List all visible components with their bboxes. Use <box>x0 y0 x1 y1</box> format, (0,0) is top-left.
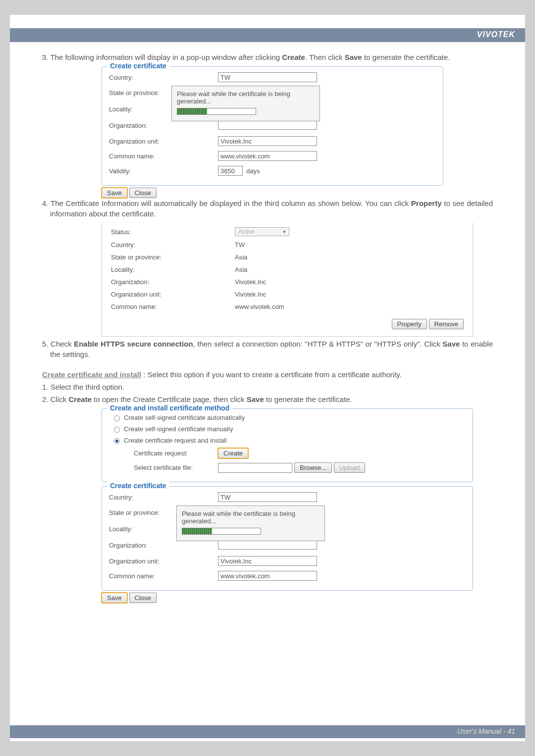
create-certificate-panel-2: Create certificate Country:TW State or p… <box>102 486 473 591</box>
create-certificate-panel-1: Create certificate Country:TW State or p… <box>102 66 443 186</box>
step-b-mid: to open the Create Certificate page, the… <box>92 395 247 403</box>
cci-text: : Select this option if you want to crea… <box>141 370 402 379</box>
step3-num: 3. <box>42 53 49 61</box>
step-b-num: 2. <box>42 395 49 403</box>
step5-save: Save <box>442 340 460 348</box>
certificate-info-panel: Status:Active Country:TW State or provin… <box>102 223 473 337</box>
orgunit-label-1: Organization unit: <box>109 138 218 145</box>
header-bar: VIVOTEK <box>10 28 525 42</box>
country-input-2[interactable]: TW <box>218 492 317 502</box>
radio-manual-label: Create self-signed certificate manually <box>124 425 233 433</box>
property-button[interactable]: Property <box>392 319 427 329</box>
step4-body: The Certificate Information will automat… <box>51 199 411 207</box>
org-input-1[interactable] <box>218 120 317 130</box>
overlay-line1-2: Please wait while the certificate is bei… <box>182 510 320 517</box>
close-button-1[interactable]: Close <box>129 188 157 198</box>
overlay-line2-2: generated... <box>182 517 320 525</box>
step5-text: 5. Check Enable HTTPS secure connection,… <box>42 339 493 359</box>
step4-num: 4. <box>42 199 49 207</box>
close-button-2[interactable]: Close <box>129 593 157 603</box>
create-install-legend: Create and install certificate method <box>107 404 232 412</box>
info-state-value: Asia <box>235 253 464 261</box>
save-button-1[interactable]: Save <box>102 188 127 198</box>
step-b-end: to generate the certificate. <box>264 395 352 403</box>
info-state-label: State or province: <box>111 253 235 261</box>
save-button-2[interactable]: Save <box>102 593 127 603</box>
cert-request-label: Certificate request: <box>134 450 218 457</box>
step-b-save: Save <box>247 395 264 403</box>
country-input-1[interactable]: TW <box>218 72 317 82</box>
footer-text: User's Manual - 41 <box>457 727 515 735</box>
step3-create: Create <box>282 53 305 61</box>
country-label-1: Country: <box>109 74 218 81</box>
status-select[interactable]: Active <box>235 227 289 236</box>
org-label-1: Organization: <box>109 122 218 129</box>
generating-overlay-1: Please wait while the certificate is bei… <box>171 86 320 121</box>
radio-manual[interactable] <box>114 427 120 433</box>
progress-bar-2 <box>182 528 261 535</box>
browse-button[interactable]: Browse... <box>294 462 332 473</box>
file-input[interactable] <box>218 463 292 473</box>
cci-para: Create certificate and install : Select … <box>42 369 493 380</box>
orgunit-label-2: Organization unit: <box>109 557 218 565</box>
overlay-line2-1: generated... <box>177 98 315 105</box>
info-country-value: TW <box>235 241 464 249</box>
org-label-2: Organization: <box>109 542 218 549</box>
radio-request[interactable] <box>114 438 120 444</box>
info-orgunit-label: Organization unit: <box>111 291 235 298</box>
create-certificate-legend-1: Create certificate <box>107 62 169 70</box>
step3-body: The following information will display i… <box>50 53 282 61</box>
common-label-1: Common name: <box>109 152 218 160</box>
progress-bar-1 <box>177 108 256 115</box>
step-a-num: 1. <box>42 383 49 391</box>
overlay-line1-1: Please wait while the certificate is bei… <box>177 90 315 98</box>
select-file-label: Select certificate file: <box>134 464 218 471</box>
step5-enable: Enable HTTPS secure connection <box>74 340 193 348</box>
brand-text: VIVOTEK <box>477 30 515 39</box>
upload-button[interactable]: Upload <box>334 462 365 473</box>
info-common-value: www.vivotek.com <box>235 303 464 310</box>
step3-text: 3. The following information will displa… <box>42 52 493 62</box>
step4-text: 4. The Certificate Information will auto… <box>42 198 493 219</box>
info-locality-value: Asia <box>235 266 464 273</box>
info-locality-label: Locality: <box>111 266 235 273</box>
info-orgunit-value: Vivotek.Inc <box>235 291 464 298</box>
info-common-label: Common name: <box>111 303 235 310</box>
step-b: 2. Click Create to open the Create Certi… <box>42 394 493 404</box>
footer-bar: User's Manual - 41 <box>10 725 525 738</box>
common-input-1[interactable]: www.vivotek.com <box>218 151 317 161</box>
info-org-value: Vivotek.Inc <box>235 278 464 286</box>
create-request-button[interactable]: Create <box>218 448 248 458</box>
remove-button[interactable]: Remove <box>429 319 464 329</box>
step5-mid: , then select a connection option: "HTTP… <box>193 340 443 348</box>
step3-mid: . Then click <box>305 53 345 61</box>
common-label-2: Common name: <box>109 572 218 580</box>
common-input-2[interactable]: www.vivotek.com <box>218 571 317 581</box>
step3-save: Save <box>345 53 362 61</box>
step-a: 1. Select the third option. <box>42 382 493 392</box>
orgunit-input-1[interactable]: Vivotek.Inc <box>218 136 317 146</box>
step-b-create: Create <box>68 395 92 403</box>
step-b-pre: Click <box>51 395 69 403</box>
info-org-label: Organization: <box>111 278 235 286</box>
validity-unit-1: days <box>246 167 260 175</box>
orgunit-input-2[interactable]: Vivotek.Inc <box>218 556 317 566</box>
country-label-2: Country: <box>109 494 218 501</box>
create-certificate-legend-2: Create certificate <box>107 482 169 490</box>
radio-request-label: Create certificate request and install <box>124 437 226 444</box>
step3-end: to generate the certificate. <box>362 53 450 61</box>
info-country-label: Country: <box>111 241 235 249</box>
step-a-text: Select the third option. <box>51 383 124 391</box>
org-input-2[interactable] <box>218 540 317 550</box>
step5-num: 5. <box>42 340 49 348</box>
validity-label-1: Validity: <box>109 167 218 175</box>
step5-pre: Check <box>51 340 74 348</box>
generating-overlay-2: Please wait while the certificate is bei… <box>176 505 325 541</box>
create-install-method-panel: Create and install certificate method Cr… <box>102 408 473 482</box>
validity-input-1[interactable]: 3650 <box>218 166 243 176</box>
step4-property: Property <box>411 199 442 207</box>
radio-auto[interactable] <box>114 415 120 421</box>
cci-heading: Create certificate and install <box>42 370 141 379</box>
radio-auto-label: Create self-signed certificate automatic… <box>124 414 245 421</box>
status-label: Status: <box>111 228 235 236</box>
